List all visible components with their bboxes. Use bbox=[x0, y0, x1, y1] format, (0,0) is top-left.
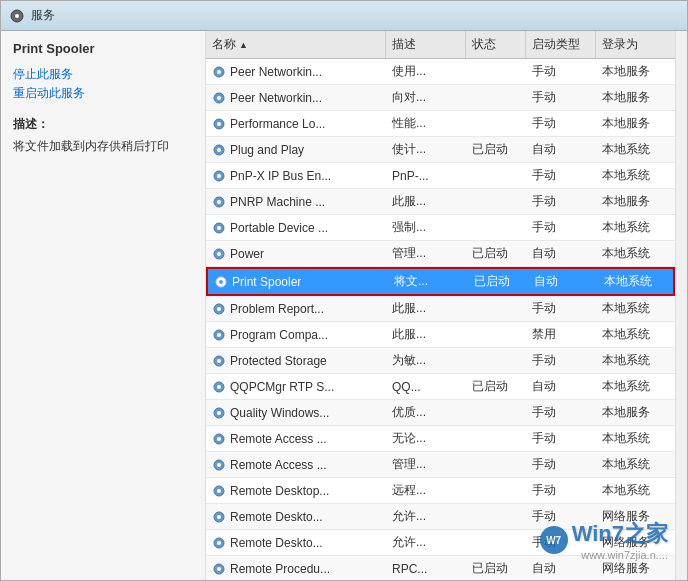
table-row[interactable]: Problem Report...此服...手动本地系统 bbox=[206, 296, 675, 322]
service-desc-cell: 性能... bbox=[386, 111, 466, 136]
service-status-cell: 已启动 bbox=[466, 556, 526, 580]
service-startup-cell: 手动 bbox=[526, 504, 596, 529]
table-row[interactable]: Performance Lo...性能...手动本地服务 bbox=[206, 111, 675, 137]
svg-point-3 bbox=[217, 70, 221, 74]
service-name-cell: Remote Deskto... bbox=[206, 504, 386, 529]
stop-service-link[interactable]: 停止此服务 bbox=[13, 66, 193, 83]
svg-point-23 bbox=[217, 333, 221, 337]
service-name-cell: Protected Storage bbox=[206, 348, 386, 373]
service-status-cell bbox=[466, 322, 526, 347]
table-row[interactable]: QQPCMgr RTP S...QQ...已启动自动本地系统 bbox=[206, 374, 675, 400]
table-row[interactable]: PNRP Machine ...此服...手动本地服务 bbox=[206, 189, 675, 215]
service-status-cell: 已启动 bbox=[466, 137, 526, 162]
service-status-cell bbox=[466, 85, 526, 110]
table-row[interactable]: Protected Storage为敏...手动本地系统 bbox=[206, 348, 675, 374]
header-desc[interactable]: 描述 bbox=[386, 31, 466, 58]
service-status-cell bbox=[466, 478, 526, 503]
service-desc-cell: 允许... bbox=[386, 530, 466, 555]
table-row[interactable]: Remote Access ...无论...手动本地系统 bbox=[206, 426, 675, 452]
service-logon-cell: 本地服务 bbox=[596, 111, 675, 136]
table-row[interactable]: Remote Procedu...RPC...已启动自动网络服务 bbox=[206, 556, 675, 580]
scrollbar[interactable] bbox=[675, 31, 687, 580]
table-row[interactable]: Remote Deskto...允许...手动网络服务 bbox=[206, 530, 675, 556]
table-row[interactable]: Remote Desktop...远程...手动本地系统 bbox=[206, 478, 675, 504]
service-logon-cell: 本地系统 bbox=[598, 269, 675, 294]
table-row[interactable]: Quality Windows...优质...手动本地服务 bbox=[206, 400, 675, 426]
service-startup-cell: 手动 bbox=[526, 530, 596, 555]
restart-service-link[interactable]: 重启动此服务 bbox=[13, 85, 193, 102]
service-icon bbox=[212, 117, 226, 131]
service-icon bbox=[212, 354, 226, 368]
service-icon bbox=[212, 510, 226, 524]
service-icon bbox=[212, 195, 226, 209]
service-name-cell: Remote Desktop... bbox=[206, 478, 386, 503]
services-window: 服务 Print Spooler 停止此服务 重启动此服务 描述： 将文件加载到… bbox=[0, 0, 688, 581]
service-status-cell bbox=[466, 215, 526, 240]
table-row[interactable]: Peer Networkin...使用...手动本地服务 bbox=[206, 59, 675, 85]
service-name-cell: Quality Windows... bbox=[206, 400, 386, 425]
table-row[interactable]: Program Compa...此服...禁用本地系统 bbox=[206, 322, 675, 348]
service-name-cell: Power bbox=[206, 241, 386, 266]
table-row[interactable]: Power管理...已启动自动本地系统 bbox=[206, 241, 675, 267]
service-icon bbox=[212, 302, 226, 316]
service-status-cell bbox=[466, 163, 526, 188]
table-row[interactable]: Print Spooler将文...已启动自动本地系统 bbox=[206, 267, 675, 296]
table-row[interactable]: Remote Deskto...允许...手动网络服务 bbox=[206, 504, 675, 530]
service-name-cell: Plug and Play bbox=[206, 137, 386, 162]
service-icon bbox=[212, 406, 226, 420]
description-text: 将文件加载到内存供稍后打印 bbox=[13, 137, 193, 155]
table-row[interactable]: Peer Networkin...向对...手动本地服务 bbox=[206, 85, 675, 111]
service-name-cell: PNRP Machine ... bbox=[206, 189, 386, 214]
svg-point-29 bbox=[217, 411, 221, 415]
title-bar: 服务 bbox=[1, 1, 687, 31]
service-status-cell bbox=[466, 348, 526, 373]
services-table-body[interactable]: Peer Networkin...使用...手动本地服务 Peer Networ… bbox=[206, 59, 675, 580]
service-startup-cell: 自动 bbox=[526, 137, 596, 162]
title-bar-text: 服务 bbox=[31, 7, 55, 24]
service-icon bbox=[212, 380, 226, 394]
service-icon bbox=[212, 169, 226, 183]
service-startup-cell: 手动 bbox=[526, 400, 596, 425]
svg-point-41 bbox=[217, 567, 221, 571]
svg-point-21 bbox=[217, 307, 221, 311]
service-startup-cell: 手动 bbox=[526, 478, 596, 503]
right-panel: 名称 ▲ 描述 状态 启动类型 登录为 Pe bbox=[206, 31, 675, 580]
service-startup-cell: 自动 bbox=[526, 374, 596, 399]
service-desc-cell: 使计... bbox=[386, 137, 466, 162]
service-startup-cell: 手动 bbox=[526, 452, 596, 477]
service-name-cell: Remote Access ... bbox=[206, 452, 386, 477]
service-desc-cell: 此服... bbox=[386, 296, 466, 321]
service-logon-cell: 本地系统 bbox=[596, 215, 675, 240]
table-row[interactable]: Plug and Play使计...已启动自动本地系统 bbox=[206, 137, 675, 163]
svg-point-37 bbox=[217, 515, 221, 519]
service-status-cell: 已启动 bbox=[466, 374, 526, 399]
service-startup-cell: 手动 bbox=[526, 426, 596, 451]
service-desc-cell: 使用... bbox=[386, 59, 466, 84]
table-row[interactable]: Portable Device ...强制...手动本地系统 bbox=[206, 215, 675, 241]
header-status[interactable]: 状态 bbox=[466, 31, 526, 58]
service-desc-cell: 此服... bbox=[386, 189, 466, 214]
header-startup[interactable]: 启动类型 bbox=[526, 31, 596, 58]
service-logon-cell: 本地系统 bbox=[596, 348, 675, 373]
service-logon-cell: 本地服务 bbox=[596, 189, 675, 214]
service-status-cell bbox=[466, 504, 526, 529]
service-status-cell bbox=[466, 426, 526, 451]
service-logon-cell: 本地服务 bbox=[596, 85, 675, 110]
svg-point-39 bbox=[217, 541, 221, 545]
service-startup-cell: 自动 bbox=[526, 556, 596, 580]
service-desc-cell: 允许... bbox=[386, 504, 466, 529]
header-logon[interactable]: 登录为 bbox=[596, 31, 675, 58]
service-startup-cell: 禁用 bbox=[526, 322, 596, 347]
svg-point-9 bbox=[217, 148, 221, 152]
svg-point-5 bbox=[217, 96, 221, 100]
service-status-cell bbox=[466, 400, 526, 425]
service-desc-cell: 管理... bbox=[386, 452, 466, 477]
table-row[interactable]: Remote Access ...管理...手动本地系统 bbox=[206, 452, 675, 478]
service-status-cell bbox=[466, 296, 526, 321]
table-row[interactable]: PnP-X IP Bus En...PnP-...手动本地系统 bbox=[206, 163, 675, 189]
header-name[interactable]: 名称 ▲ bbox=[206, 31, 386, 58]
service-name-cell: Peer Networkin... bbox=[206, 85, 386, 110]
service-status-cell: 已启动 bbox=[468, 269, 528, 294]
description-label: 描述： bbox=[13, 116, 193, 133]
service-desc-cell: 将文... bbox=[388, 269, 468, 294]
